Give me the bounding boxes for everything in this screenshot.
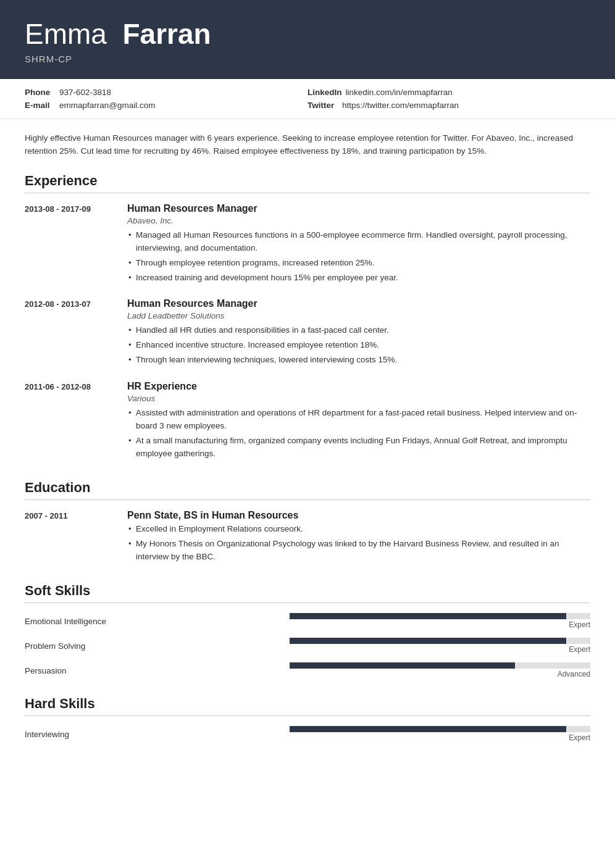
skill-bar-wrapper — [127, 726, 590, 733]
experience-entry-2: 2011-06 - 2012-08 HR Experience Various … — [25, 381, 590, 462]
experience-company-2: Various — [127, 394, 590, 403]
experience-date-2: 2011-06 - 2012-08 — [25, 381, 117, 462]
skill-level: Expert — [569, 733, 590, 742]
linkedin-value: linkedin.com/in/emmapfarran — [346, 88, 453, 97]
experience-date-1: 2012-08 - 2013-07 — [25, 298, 117, 369]
skill-bar-fill — [290, 613, 567, 619]
email-label: E-mail — [25, 101, 56, 110]
bullet: Excelled in Employment Relations courseo… — [127, 523, 590, 536]
skill-level: Advanced — [558, 670, 590, 678]
skill-bar-track — [290, 613, 591, 619]
phone-label: Phone — [25, 88, 56, 97]
skill-name: Persuasion — [25, 666, 67, 675]
hard-skills-title: Hard Skills — [25, 696, 590, 716]
experience-content-2: HR Experience Various Assisted with admi… — [127, 381, 590, 462]
bullet: At a small manufacturing firm, organized… — [127, 435, 590, 461]
experience-content-1: Human Resources Manager Ladd Leadbetter … — [127, 298, 590, 369]
bar-outer — [127, 613, 590, 619]
skill-row: Emotional IntelligenceExpert — [25, 613, 590, 629]
experience-title: Experience — [25, 173, 590, 193]
experience-entry-0: 2013-08 - 2017-09 Human Resources Manage… — [25, 203, 590, 286]
full-name: Emma Farran — [25, 19, 590, 50]
skill-bar-fill — [290, 638, 567, 644]
header: Emma Farran SHRM-CP — [0, 0, 615, 79]
skill-name-cell: Interviewing — [25, 729, 117, 739]
skill-row: PersuasionAdvanced — [25, 662, 590, 678]
experience-content-0: Human Resources Manager Abaveo, Inc. Man… — [127, 203, 590, 286]
experience-entry-1: 2012-08 - 2013-07 Human Resources Manage… — [25, 298, 590, 369]
skill-bar-track — [290, 726, 591, 732]
soft-skills-section: Soft Skills Emotional IntelligenceExpert… — [25, 583, 590, 678]
skill-name-cell: Persuasion — [25, 666, 117, 675]
education-entry-0: 2007 - 2011 Penn State, BS in Human Reso… — [25, 510, 590, 565]
skill-level: Expert — [569, 620, 590, 629]
experience-bullets-0: Managed all Human Resources functions in… — [127, 229, 590, 285]
soft-skills-title: Soft Skills — [25, 583, 590, 603]
contact-grid: Phone 937-602-3818 LinkedIn linkedin.com… — [25, 88, 590, 110]
skill-bar-cell: Expert — [127, 638, 590, 654]
experience-section: Experience 2013-08 - 2017-09 Human Resou… — [25, 173, 590, 462]
skill-name: Interviewing — [25, 730, 69, 739]
summary-text: Highly effective Human Resources manager… — [25, 131, 590, 158]
bullet: My Honors Thesis on Organizational Psych… — [127, 538, 590, 564]
bullet: Assisted with administration and operati… — [127, 407, 590, 433]
experience-bullets-1: Handled all HR duties and responsibiliti… — [127, 324, 590, 367]
last-name: Farran — [122, 18, 211, 50]
linkedin-label: LinkedIn — [308, 88, 342, 97]
bullet: Increased training and development hours… — [127, 272, 590, 285]
bar-outer — [127, 662, 590, 669]
skill-name-cell: Problem Solving — [25, 641, 117, 651]
twitter-value: https://twitter.com/emmapfarran — [342, 101, 459, 110]
education-date-0: 2007 - 2011 — [25, 510, 117, 565]
experience-bullets-2: Assisted with administration and operati… — [127, 407, 590, 461]
skill-bar-fill — [290, 726, 567, 732]
skill-name-cell: Emotional Intelligence — [25, 616, 117, 626]
twitter-item: Twitter https://twitter.com/emmapfarran — [308, 101, 590, 110]
education-degree-0: Penn State, BS in Human Resources — [127, 510, 590, 521]
bullet: Through employee retention programs, inc… — [127, 257, 590, 270]
phone-value: 937-602-3818 — [59, 88, 111, 97]
skill-bar-track — [290, 638, 591, 644]
main-content: Highly effective Human Resources manager… — [0, 119, 615, 784]
skill-bar-wrapper — [127, 613, 590, 620]
skill-bar-track — [290, 662, 591, 669]
twitter-label: Twitter — [308, 101, 338, 110]
experience-date-0: 2013-08 - 2017-09 — [25, 203, 117, 286]
education-content-0: Penn State, BS in Human Resources Excell… — [127, 510, 590, 565]
skill-row: InterviewingExpert — [25, 726, 590, 742]
skill-bar-cell: Advanced — [127, 662, 590, 678]
education-title: Education — [25, 480, 590, 500]
credential: SHRM-CP — [25, 54, 590, 64]
experience-company-0: Abaveo, Inc. — [127, 216, 590, 225]
skill-bar-fill — [290, 662, 516, 669]
phone-item: Phone 937-602-3818 — [25, 88, 308, 97]
education-section: Education 2007 - 2011 Penn State, BS in … — [25, 480, 590, 565]
email-value: emmapfarran@gmail.com — [59, 101, 156, 110]
skill-bar-cell: Expert — [127, 613, 590, 629]
soft-skills-container: Emotional IntelligenceExpertProblem Solv… — [25, 613, 590, 678]
skill-level: Expert — [569, 645, 590, 654]
bullet: Enhanced incentive structure. Increased … — [127, 339, 590, 352]
bar-outer — [127, 638, 590, 644]
bullet: Managed all Human Resources functions in… — [127, 229, 590, 255]
skill-row: Problem SolvingExpert — [25, 638, 590, 654]
skill-bar-wrapper — [127, 662, 590, 670]
education-bullets-0: Excelled in Employment Relations courseo… — [127, 523, 590, 564]
bar-outer — [127, 726, 590, 732]
bullet: Through lean interviewing techniques, lo… — [127, 354, 590, 367]
bullet: Handled all HR duties and responsibiliti… — [127, 324, 590, 337]
hard-skills-container: InterviewingExpert — [25, 726, 590, 742]
first-name: Emma — [25, 18, 107, 50]
experience-title-0: Human Resources Manager — [127, 203, 590, 214]
hard-skills-section: Hard Skills InterviewingExpert — [25, 696, 590, 742]
skill-bar-wrapper — [127, 638, 590, 645]
experience-title-1: Human Resources Manager — [127, 298, 590, 309]
contact-section: Phone 937-602-3818 LinkedIn linkedin.com… — [0, 79, 615, 119]
experience-company-1: Ladd Leadbetter Solutions — [127, 311, 590, 320]
email-item: E-mail emmapfarran@gmail.com — [25, 101, 308, 110]
linkedin-item: LinkedIn linkedin.com/in/emmapfarran — [308, 88, 590, 97]
skill-bar-cell: Expert — [127, 726, 590, 742]
skill-name: Emotional Intelligence — [25, 617, 106, 626]
skill-name: Problem Solving — [25, 641, 85, 651]
experience-title-2: HR Experience — [127, 381, 590, 392]
